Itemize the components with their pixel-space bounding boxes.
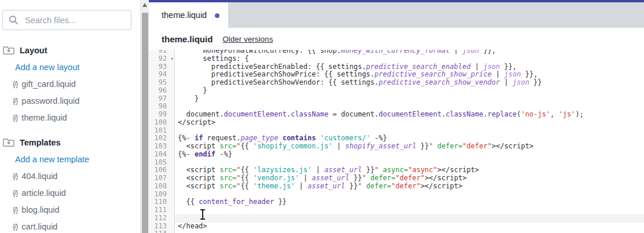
code-line-111[interactable]: 111 <box>149 206 644 214</box>
code-line-content[interactable]: </head> <box>175 223 644 231</box>
code-line-113[interactable]: 113</head> <box>149 223 644 231</box>
code-line-content[interactable]: predictiveSearchEnabled: {{ settings.pre… <box>175 63 644 71</box>
scrollbar-thumb[interactable] <box>142 13 148 233</box>
unsaved-changes-dot <box>215 13 219 18</box>
sidebar-item-gift-card-liquid[interactable]: {/}gift_card.liquid <box>0 75 140 92</box>
code-file-icon: {/} <box>13 223 17 231</box>
file-name: blog.liquid <box>21 205 59 214</box>
code-line-98[interactable]: 98 <box>149 103 644 111</box>
line-number: 106 <box>149 166 175 174</box>
fold-arrow-icon[interactable]: ▾ <box>171 55 174 63</box>
add-link-templates[interactable]: Add a new template <box>0 151 140 168</box>
line-number: 98 <box>149 103 175 111</box>
code-line-content[interactable]: <script src="{{ 'shopify_common.js' | sh… <box>175 143 644 151</box>
search-input[interactable] <box>24 15 125 26</box>
code-line-97[interactable]: 97 } <box>149 95 644 103</box>
code-line-content[interactable]: </script> <box>175 119 644 127</box>
code-line-102[interactable]: 102{%- if request.page_type contains 'cu… <box>149 134 644 143</box>
code-line-99[interactable]: 99 document.documentElement.className = … <box>149 111 644 119</box>
code-line-content[interactable]: predictiveSearchShowVendor: {{ settings.… <box>175 79 644 87</box>
line-number: 114 <box>149 230 175 233</box>
code-file-icon: {/} <box>13 97 17 105</box>
code-line-content[interactable] <box>175 191 644 199</box>
code-line-96[interactable]: 96 } <box>149 87 644 95</box>
code-line-content[interactable]: {%- if request.page_type contains 'custo… <box>175 134 644 143</box>
code-editor-page: LayoutAdd a new layout{/}gift_card.liqui… <box>0 0 644 233</box>
sidebar-sections: LayoutAdd a new layout{/}gift_card.liqui… <box>0 42 140 233</box>
line-number: 112 <box>149 214 175 223</box>
code-line-93[interactable]: 93 predictiveSearchEnabled: {{ settings.… <box>149 63 644 71</box>
sidebar-item-404-liquid[interactable]: {/}404.liquid <box>0 168 140 184</box>
code-file-icon: {/} <box>13 189 17 197</box>
code-line-106[interactable]: 106 <script src="{{ 'lazysizes.js' | ass… <box>149 166 644 174</box>
code-line-content[interactable] <box>175 103 644 111</box>
code-line-104[interactable]: 104{%- endif -%} <box>149 151 644 159</box>
code-line-content[interactable]: settings: { <box>175 55 644 63</box>
code-line-content[interactable] <box>175 206 644 214</box>
code-line-content[interactable]: <script src="{{ 'lazysizes.js' | asset_u… <box>175 166 644 174</box>
file-name: gift_card.liquid <box>21 79 76 89</box>
section-title: Templates <box>20 138 61 147</box>
file-name: theme.liquid <box>21 113 67 122</box>
code-line-107[interactable]: 107 <script src="{{ 'vendor.js' | asset_… <box>149 174 644 183</box>
tab-label: theme.liquid <box>162 10 207 20</box>
file-name: cart.liquid <box>21 222 57 231</box>
code-line-100[interactable]: 100</script> <box>149 119 644 127</box>
code-line-114[interactable]: 114 <box>149 230 644 233</box>
code-line-content[interactable]: document.documentElement.className = doc… <box>175 111 644 119</box>
code-line-content[interactable]: } <box>175 95 644 103</box>
code-line-110[interactable]: 110 {{ content_for_header }} <box>149 198 644 206</box>
file-header: theme.liquid Older versions <box>149 28 644 50</box>
older-versions-link[interactable]: Older versions <box>222 35 273 43</box>
sidebar-item-article-liquid[interactable]: {/}article.liquid <box>0 184 140 201</box>
sidebar-item-cart-liquid[interactable]: {/}cart.liquid <box>0 218 140 233</box>
line-number: 102 <box>149 134 175 143</box>
code-line-92[interactable]: 92▾ settings: { <box>149 55 644 63</box>
code-line-content[interactable]: predictiveSearchShowPrice: {{ settings.p… <box>175 71 644 79</box>
folder-collapse-icon <box>3 45 14 56</box>
code-line-103[interactable]: 103 <script src="{{ 'shopify_common.js' … <box>149 143 644 151</box>
line-number: 93 <box>149 63 175 71</box>
code-line-content[interactable]: {{ content_for_header }} <box>175 198 644 206</box>
sidebar-item-theme-liquid[interactable]: {/}theme.liquid <box>0 109 140 126</box>
line-number: 97 <box>149 95 175 103</box>
code-line-109[interactable]: 109 <box>149 191 644 199</box>
code-line-95[interactable]: 95 predictiveSearchShowVendor: {{ settin… <box>149 79 644 87</box>
code-line-105[interactable]: 105 <box>149 159 644 167</box>
editor-pane: theme.liquid theme.liquid Older versions… <box>149 0 644 233</box>
code-line-content[interactable]: {%- endif -%} <box>175 151 644 159</box>
section-header-layout[interactable]: Layout <box>0 42 140 59</box>
code-line-content[interactable] <box>175 127 644 135</box>
sidebar-item-password-liquid[interactable]: {/}password.liquid <box>0 92 140 109</box>
section-header-templates[interactable]: Templates <box>0 134 140 151</box>
tab-theme-liquid[interactable]: theme.liquid <box>149 2 228 28</box>
line-number: 103 <box>149 143 175 151</box>
code-line-content[interactable] <box>175 230 644 233</box>
code-line-content[interactable]: <script src="{{ 'theme.js' | asset_url }… <box>175 183 644 191</box>
line-number: 110 <box>149 198 175 206</box>
line-number: 101 <box>149 127 175 135</box>
file-name: password.liquid <box>21 96 79 105</box>
sidebar-scrollbar[interactable] <box>140 0 149 233</box>
tab-strip: theme.liquid <box>149 2 644 28</box>
line-number: 99 <box>149 111 175 119</box>
line-number: 105 <box>149 159 175 167</box>
code-line-content[interactable] <box>175 159 644 167</box>
search-box[interactable] <box>2 10 131 30</box>
code-editor-area[interactable]: 91 moneyFormatWithCurrency: {{ shop.mone… <box>149 50 644 233</box>
code-line-content[interactable] <box>175 214 644 223</box>
line-number: 92▾ <box>149 55 175 63</box>
code-file-icon: {/} <box>13 80 17 88</box>
code-file-icon: {/} <box>13 206 17 214</box>
add-link-layout[interactable]: Add a new layout <box>0 59 140 75</box>
code-line-content[interactable]: <script src="{{ 'vendor.js' | asset_url … <box>175 174 644 183</box>
code-line-94[interactable]: 94 predictiveSearchShowPrice: {{ setting… <box>149 71 644 79</box>
sidebar-item-blog-liquid[interactable]: {/}blog.liquid <box>0 201 140 218</box>
code-line-content[interactable]: } <box>175 87 644 95</box>
code-line-112[interactable]: 112 <box>149 214 644 223</box>
scrollbar-up-arrow-icon[interactable] <box>142 3 147 7</box>
code-line-101[interactable]: 101 <box>149 127 644 135</box>
line-number: 111 <box>149 206 175 214</box>
line-number: 108 <box>149 183 175 191</box>
code-line-108[interactable]: 108 <script src="{{ 'theme.js' | asset_u… <box>149 183 644 191</box>
